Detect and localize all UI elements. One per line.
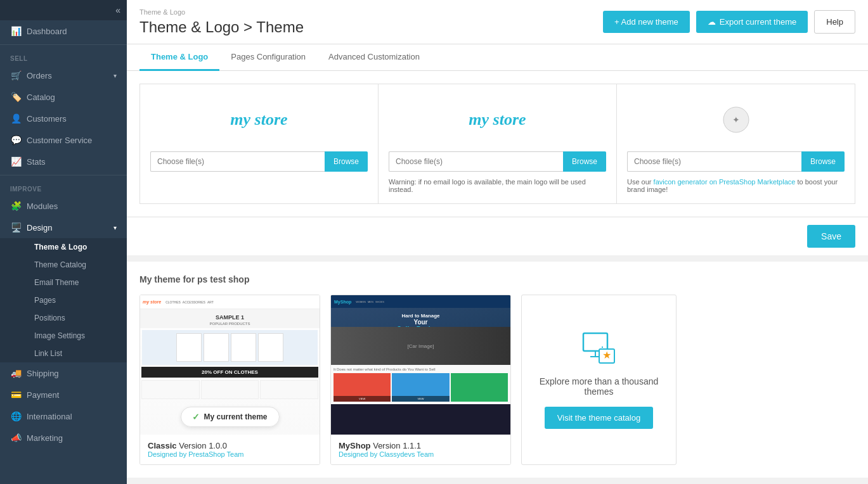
add-new-theme-button[interactable]: + Add new theme — [603, 11, 690, 33]
theme-cards: my store CLOTHES ACCESSORIES ART SAMPLE … — [139, 295, 855, 465]
favicon-info: Use our favicon generator on PrestaShop … — [627, 178, 845, 193]
marketing-icon: 📣 — [10, 433, 22, 443]
export-theme-label: Export current theme — [720, 17, 796, 27]
collapse-icon: « — [115, 5, 120, 15]
monitor-star-icon: ★ — [580, 331, 618, 366]
email-logo-file-input[interactable] — [389, 151, 563, 172]
catalog-icon: 🏷️ — [10, 92, 22, 102]
topbar-left: Theme & Logo Theme & Logo > Theme — [139, 8, 304, 36]
favicon-preview: ✦ — [627, 94, 845, 145]
email-logo-browse-button[interactable]: Browse — [563, 151, 606, 172]
tab-theme-logo[interactable]: Theme & Logo — [139, 44, 219, 71]
favicon-link-prestashop[interactable]: favicon generator on PrestaShop — [654, 178, 756, 186]
myshop-theme-name: MyShop Version 1.1.1 — [339, 441, 503, 450]
cloud-download-icon: ☁ — [708, 17, 716, 27]
sidebar-item-pages[interactable]: Pages — [27, 291, 127, 309]
sidebar-item-label: Customers — [27, 114, 67, 124]
sidebar-item-shipping[interactable]: 🚚 Shipping — [0, 362, 127, 384]
sidebar-item-marketing[interactable]: 📣 Marketing — [0, 427, 127, 449]
chevron-up-icon: ▾ — [113, 224, 117, 231]
classic-version: Version 1.0.0 — [179, 441, 227, 450]
sidebar-item-catalog[interactable]: 🏷️ Catalog — [0, 86, 127, 108]
sidebar-item-label: Customer Service — [27, 136, 92, 145]
email-logo-preview: my store — [389, 94, 606, 145]
modules-icon: 🧩 — [10, 201, 22, 211]
sidebar-item-label: Catalog — [27, 92, 55, 102]
export-theme-button[interactable]: ☁ Export current theme — [696, 11, 808, 33]
visit-theme-catalog-button[interactable]: Visit the theme catalog — [545, 407, 653, 429]
main-logo-preview-text: my store — [230, 110, 287, 129]
sidebar-item-label: Payment — [27, 390, 59, 400]
classic-theme-name: Classic Version 1.0.0 — [148, 441, 312, 450]
main-logo-card: my store Browse — [139, 84, 379, 204]
sidebar: « 📊 Dashboard SELL 🛒 Orders ▾ 🏷️ Catalog… — [0, 0, 127, 484]
theme-card-myshop[interactable]: MyShop WOMEN MEN SHOES Hard to M — [330, 295, 511, 465]
tabs: Theme & Logo Pages Configuration Advance… — [127, 44, 868, 71]
save-button[interactable]: Save — [807, 225, 855, 248]
favicon-file-input[interactable] — [627, 151, 801, 172]
sidebar-item-label: International — [27, 412, 72, 421]
breadcrumb: Theme & Logo — [139, 8, 304, 16]
favicon-card: ✦ Browse Use our favicon generator on Pr… — [617, 84, 855, 204]
sidebar-item-email-theme[interactable]: Email Theme — [27, 274, 127, 291]
sidebar-item-theme-logo[interactable]: Theme & Logo — [27, 238, 127, 256]
sidebar-item-label: Stats — [27, 157, 46, 167]
chevron-down-icon: ▾ — [113, 72, 117, 79]
email-logo-warning: Warning: if no email logo is available, … — [389, 178, 606, 193]
sidebar-item-image-settings[interactable]: Image Settings — [27, 327, 127, 345]
sidebar-section-sell: SELL — [0, 48, 127, 65]
sidebar-item-label: Design — [27, 223, 52, 232]
design-submenu: Theme & Logo Theme Catalog Email Theme P… — [0, 238, 127, 362]
myshop-designer: Designed by Classydevs Team — [339, 450, 503, 458]
shipping-icon: 🚚 — [10, 368, 22, 378]
sidebar-item-stats[interactable]: 📈 Stats — [0, 151, 127, 172]
svg-text:★: ★ — [602, 350, 611, 360]
svg-text:✦: ✦ — [732, 115, 740, 125]
theme-card-classic[interactable]: my store CLOTHES ACCESSORIES ART SAMPLE … — [139, 295, 320, 465]
sidebar-item-link-list[interactable]: Link List — [27, 345, 127, 362]
international-icon: 🌐 — [10, 411, 22, 421]
stats-icon: 📈 — [10, 156, 22, 167]
sidebar-item-label: Modules — [27, 201, 58, 211]
sidebar-item-label: Shipping — [27, 369, 59, 378]
sidebar-item-modules[interactable]: 🧩 Modules — [0, 195, 127, 217]
main-content: Theme & Logo Theme & Logo > Theme + Add … — [127, 0, 868, 484]
myshop-theme-image: MyShop WOMEN MEN SHOES Hard to M — [331, 295, 510, 435]
explore-monitor-icon: ★ — [580, 331, 618, 366]
sidebar-item-theme-catalog[interactable]: Theme Catalog — [27, 256, 127, 274]
favicon-preview-icon: ✦ — [720, 104, 752, 136]
sidebar-item-customers[interactable]: 👤 Customers — [0, 108, 127, 129]
sidebar-item-customer-service[interactable]: 💬 Customer Service — [0, 129, 127, 151]
logo-upload-section: my store Browse my store Browse — [127, 71, 868, 217]
customer-service-icon: 💬 — [10, 135, 22, 145]
check-icon: ✓ — [192, 412, 200, 422]
sidebar-collapse-btn[interactable]: « — [0, 0, 127, 20]
tab-advanced-customization[interactable]: Advanced Customization — [317, 44, 431, 71]
sidebar-item-label: Dashboard — [27, 27, 67, 36]
dashboard-icon: 📊 — [10, 26, 22, 36]
svg-rect-3 — [583, 333, 607, 351]
sidebar-item-positions[interactable]: Positions — [27, 309, 127, 327]
sidebar-item-design[interactable]: 🖥️ Design ▾ — [0, 217, 127, 238]
sidebar-item-dashboard[interactable]: 📊 Dashboard — [0, 20, 127, 42]
classic-theme-info: Classic Version 1.0.0 Designed by Presta… — [140, 435, 320, 464]
current-theme-badge: ✓ My current theme — [180, 407, 279, 427]
tab-pages-config[interactable]: Pages Configuration — [219, 44, 317, 71]
main-logo-file-input[interactable] — [150, 151, 325, 172]
myshop-version: Version 1.1.1 — [373, 441, 421, 450]
payment-icon: 💳 — [10, 390, 22, 400]
email-logo-upload-row: Browse — [389, 151, 606, 172]
page-title: Theme & Logo > Theme — [139, 18, 304, 36]
email-logo-card: my store Browse Warning: if no email log… — [379, 84, 617, 204]
help-button[interactable]: Help — [814, 10, 855, 34]
main-logo-upload-row: Browse — [150, 151, 368, 172]
favicon-link-marketplace[interactable]: Marketplace — [757, 178, 795, 186]
sidebar-item-payment[interactable]: 💳 Payment — [0, 384, 127, 405]
current-theme-label: My current theme — [204, 412, 267, 421]
theme-explore-card: ★ Explore more than a thousand themes Vi… — [521, 295, 677, 465]
sidebar-item-orders[interactable]: 🛒 Orders ▾ — [0, 65, 127, 86]
main-logo-browse-button[interactable]: Browse — [325, 151, 368, 172]
favicon-browse-button[interactable]: Browse — [801, 151, 845, 172]
sidebar-item-international[interactable]: 🌐 International — [0, 405, 127, 427]
sidebar-item-label: Orders — [27, 71, 52, 80]
